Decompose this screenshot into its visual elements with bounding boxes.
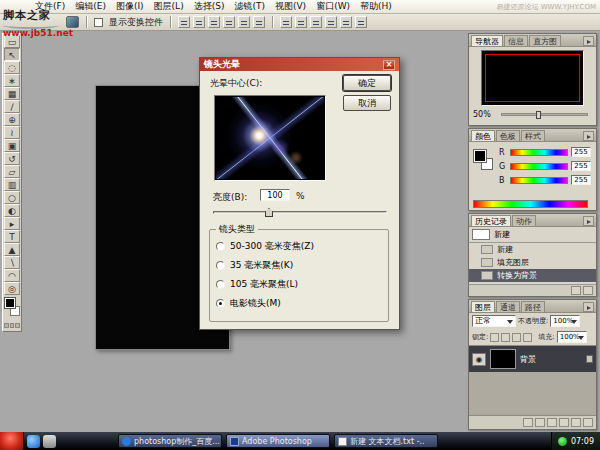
tool-pen[interactable]: ▲ <box>4 243 20 256</box>
align-top-icon[interactable] <box>178 16 190 28</box>
dialog-titlebar[interactable]: 镜头光晕 × <box>200 58 399 71</box>
ok-button[interactable]: 确定 <box>343 75 391 91</box>
brightness-input[interactable]: 100 <box>260 189 290 201</box>
lens-option-35mm-prime[interactable]: 35 毫米聚焦(K) <box>216 256 382 275</box>
screen-mode-icon[interactable] <box>15 323 20 328</box>
zoom-level[interactable]: 50% <box>473 110 491 119</box>
tab-actions[interactable]: 动作 <box>512 215 536 226</box>
tool-hand[interactable]: ◠ <box>4 269 20 282</box>
tool-type[interactable]: T <box>4 230 20 243</box>
lens-option-movie-prime[interactable]: 电影镜头(M) <box>216 294 382 313</box>
lens-flare-image[interactable] <box>216 97 324 179</box>
menu-help[interactable]: 帮助(H) <box>355 0 397 13</box>
distribute-left-icon[interactable] <box>325 16 337 28</box>
tool-lasso[interactable]: ◌ <box>4 61 20 74</box>
taskbar-item-photoshop[interactable]: Adobe Photoshop <box>226 434 330 448</box>
tool-eraser[interactable]: ▱ <box>4 165 20 178</box>
tool-blur[interactable]: ○ <box>4 191 20 204</box>
menu-select[interactable]: 选择(S) <box>189 0 230 13</box>
tab-navigator[interactable]: 导航器 <box>471 35 503 46</box>
tab-layers[interactable]: 图层 <box>471 301 495 312</box>
flare-preview[interactable] <box>214 95 326 181</box>
slider-thumb[interactable] <box>265 208 273 217</box>
lock-position-icon[interactable] <box>512 333 521 342</box>
menu-filter[interactable]: 滤镜(T) <box>229 0 270 13</box>
red-value[interactable]: 255 <box>571 147 591 157</box>
distribute-right-icon[interactable] <box>355 16 367 28</box>
tool-zoom[interactable]: ◎ <box>4 282 20 295</box>
history-item-selected[interactable]: 转换为背景 <box>469 269 596 282</box>
tab-info[interactable]: 信息 <box>504 35 528 46</box>
close-icon[interactable]: × <box>383 60 395 70</box>
opacity-input[interactable]: 100% <box>550 315 580 327</box>
menu-view[interactable]: 视图(V) <box>270 0 311 13</box>
distribute-hcenter-icon[interactable] <box>340 16 352 28</box>
quick-mask-icon[interactable] <box>10 323 15 328</box>
lock-all-icon[interactable] <box>523 333 532 342</box>
panel-menu-icon[interactable] <box>583 216 594 226</box>
history-snapshot-row[interactable]: 新建 <box>469 227 596 243</box>
layer-group-icon[interactable] <box>559 418 569 427</box>
tab-swatches[interactable]: 色板 <box>496 130 520 141</box>
standard-mode-icon[interactable] <box>4 323 9 328</box>
fill-input[interactable]: 100% <box>557 331 587 343</box>
zoom-slider-thumb[interactable] <box>536 111 541 119</box>
tool-healing-brush[interactable]: ⊕ <box>4 113 20 126</box>
align-left-icon[interactable] <box>223 16 235 28</box>
panel-menu-icon[interactable] <box>583 36 594 46</box>
radio-icon[interactable] <box>216 242 225 251</box>
green-slider[interactable] <box>510 163 568 170</box>
tool-preset-icon[interactable] <box>66 16 79 28</box>
quicklaunch-desktop-icon[interactable] <box>43 435 56 448</box>
layer-mask-icon[interactable] <box>535 418 545 427</box>
panel-foreground-swatch[interactable] <box>474 150 486 162</box>
show-transform-checkbox[interactable] <box>94 18 103 27</box>
start-button[interactable] <box>0 432 24 450</box>
green-value[interactable]: 255 <box>571 161 591 171</box>
radio-icon-checked[interactable] <box>216 299 225 308</box>
tray-antivirus-icon[interactable] <box>558 437 567 446</box>
blend-mode-select[interactable]: 正常 <box>472 315 516 327</box>
tool-crop[interactable]: ▦ <box>4 87 20 100</box>
tool-history-brush[interactable]: ↺ <box>4 152 20 165</box>
cancel-button[interactable]: 取消 <box>343 95 391 111</box>
taskbar-item-notepad[interactable]: 新建 文本文档.txt -.. <box>334 434 438 448</box>
tab-paths[interactable]: 路径 <box>521 301 545 312</box>
radio-icon[interactable] <box>216 280 225 289</box>
tool-gradient[interactable]: ▥ <box>4 178 20 191</box>
tab-color[interactable]: 颜色 <box>471 130 495 141</box>
quicklaunch-browser-icon[interactable] <box>27 435 40 448</box>
tab-histogram[interactable]: 直方图 <box>529 35 561 46</box>
align-right-icon[interactable] <box>253 16 265 28</box>
taskbar-item-browser[interactable]: photoshop制作_百度... <box>118 434 222 448</box>
tool-brush[interactable]: ≀ <box>4 126 20 139</box>
red-slider[interactable] <box>510 149 568 156</box>
color-spectrum-bar[interactable] <box>473 200 588 208</box>
layer-row-selected[interactable]: ◉ 背景 <box>469 346 596 372</box>
blue-slider[interactable] <box>510 177 568 184</box>
align-bottom-icon[interactable] <box>208 16 220 28</box>
menu-edit[interactable]: 编辑(E) <box>70 0 111 13</box>
tab-channels[interactable]: 通道 <box>496 301 520 312</box>
trash-icon[interactable] <box>583 286 593 295</box>
tab-styles[interactable]: 样式 <box>521 130 545 141</box>
blue-value[interactable]: 255 <box>571 175 591 185</box>
navigator-zoom-slider[interactable] <box>501 113 588 116</box>
history-item[interactable]: 新建 <box>469 243 596 256</box>
distribute-top-icon[interactable] <box>280 16 292 28</box>
distribute-bottom-icon[interactable] <box>310 16 322 28</box>
tool-eyedropper[interactable]: ∖ <box>4 256 20 269</box>
distribute-vcenter-icon[interactable] <box>295 16 307 28</box>
menu-layer[interactable]: 图层(L) <box>149 0 189 13</box>
tool-clone-stamp[interactable]: ▣ <box>4 139 20 152</box>
menu-window[interactable]: 窗口(W) <box>311 0 355 13</box>
layer-name[interactable]: 背景 <box>520 354 582 365</box>
align-vcenter-icon[interactable] <box>193 16 205 28</box>
lens-option-105mm-prime[interactable]: 105 毫米聚焦(L) <box>216 275 382 294</box>
lock-transparency-icon[interactable] <box>490 333 499 342</box>
history-item[interactable]: 填充图层 <box>469 256 596 269</box>
new-snapshot-icon[interactable] <box>571 286 581 295</box>
tab-history[interactable]: 历史记录 <box>471 215 511 226</box>
navigator-thumbnail[interactable] <box>481 50 584 106</box>
lock-image-icon[interactable] <box>501 333 510 342</box>
